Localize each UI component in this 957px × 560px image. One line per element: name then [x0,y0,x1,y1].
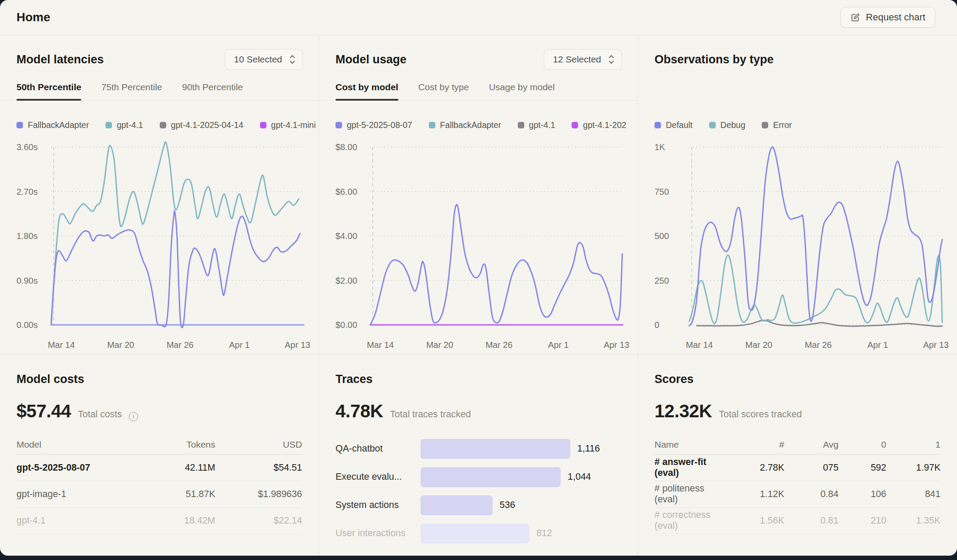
legend-item-gpt-4-1-mini[interactable]: gpt-4.1-mini [260,120,316,130]
selector-value: 10 Selected [234,54,282,65]
trace-bar-row: Execute evalu...1,044 [335,463,621,491]
traces-bar-chart: QA-chatbot1,116Execute evalu...1,044Syst… [335,435,621,547]
legend-swatch [16,122,23,128]
scores-table: Name#Avg01# answer-fit (eval)2.78K075592… [654,435,941,534]
legend-label: gpt-4.1-mini [271,120,316,130]
x-axis-tick-label: Mar 14 [686,340,713,350]
total-costs-caption: Total costs [78,409,122,420]
x-axis-labels: Mar 14Mar 20Mar 26Apr 1Apr 13 [370,338,623,350]
trace-value: 1,116 [577,443,600,454]
legend-swatch [709,122,716,128]
row-label: gpt-image-1 [16,489,128,500]
info-icon[interactable]: i [129,412,138,421]
tab-90th-percentile[interactable]: 90th Percentile [182,82,243,100]
trace-bar-row: System actions536 [335,491,621,519]
y-axis-tick-label: 1K [654,142,686,152]
legend-item-gpt-4-1[interactable]: gpt-4.1 [518,120,556,130]
tab-75th-percentile[interactable]: 75th Percentile [101,82,162,100]
plot-area [370,147,623,325]
y-axis-tick-label: 0.90s [16,276,48,285]
latency-chart: 3.60s2.70s1.80s0.90s0.00sMar 14Mar 20Mar… [16,144,304,350]
y-axis-tick-label: $6.00 [335,187,367,196]
x-axis-tick-label: Mar 14 [48,340,75,350]
trace-label: Execute evalu... [335,472,421,482]
panel-title: Observations by type [654,53,774,66]
legend-item-gpt-4-1-2025-04-14[interactable]: gpt-4.1-2025-04-14 [160,120,243,130]
trace-bar-row: QA-chatbot1,116 [335,435,621,463]
legend-label: gpt-4.1-202 [583,120,626,130]
y-axis-tick-label: $0.00 [335,320,367,330]
legend-item-gpt-4-1-202[interactable]: gpt-4.1-202 [572,120,626,130]
x-axis-tick-label: Apr 13 [604,340,629,350]
panel-title: Model latencies [16,53,104,66]
total-scores-caption: Total scores tracked [719,409,802,420]
observations-legend: DefaultDebugError [654,120,944,130]
row-label: # politeness (eval) [654,483,730,505]
legend-swatch [335,122,342,128]
legend-swatch [160,122,166,128]
column-header-0: 0 [839,439,886,450]
row-value: 0.81 [784,515,839,526]
row-value: 075 [784,462,839,473]
legend-item-default[interactable]: Default [654,120,693,130]
legend-swatch [572,122,578,128]
x-axis-tick-label: Mar 20 [107,340,134,350]
legend-item-gpt-4-1[interactable]: gpt-4.1 [105,120,143,130]
trace-label: QA-chatbot [335,443,421,454]
legend-item-fallbackadapter[interactable]: FallbackAdapter [16,120,89,130]
total-costs-value: $57.44 [16,401,71,422]
legend-label: gpt-4.1 [529,120,556,130]
legend-swatch [260,122,266,128]
plot-area [51,147,304,325]
table-row: # answer-fit (eval)2.78K0755921.97K [654,455,941,481]
row-label: gpt-5-2025-08-07 [16,462,128,473]
y-axis-tick-label: 750 [654,187,686,196]
column-header-1: 1 [886,439,941,450]
trace-bar [421,495,493,515]
y-axis-tick-label: $8.00 [335,142,367,152]
usage-chart: $8.00$6.00$4.00$2.00$0.00Mar 14Mar 20Mar… [335,144,623,350]
page-title: Home [16,10,50,24]
total-scores-value: 12.32K [654,401,712,422]
legend-item-debug[interactable]: Debug [709,120,745,130]
row-label: gpt-4.1 [16,515,128,526]
table-row: gpt-4.118.42M$22.14 [16,508,302,534]
legend-item-fallbackadapter[interactable]: FallbackAdapter [429,120,501,130]
line-series-gpt-5-2025-08-07 [370,205,622,325]
plot-area [689,147,942,325]
column-header-avg: Avg [784,439,839,450]
request-chart-button[interactable]: Request chart [840,7,935,28]
total-traces-value: 4.78K [335,401,383,422]
chevron-up-down-icon [608,54,615,65]
legend-item-error[interactable]: Error [762,120,792,130]
tab-cost-by-model[interactable]: Cost by model [335,82,398,100]
column-header-name: Name [654,439,730,450]
usage-view-tabs: Cost by modelCost by typeUsage by model [319,82,638,101]
tab-50th-percentile[interactable]: 50th Percentile [16,82,81,100]
x-axis-tick-label: Apr 13 [285,340,310,350]
row-value: 51.87K [128,489,215,500]
row-value: 592 [839,462,886,473]
tab-cost-by-type[interactable]: Cost by type [418,82,469,100]
legend-swatch [429,122,435,128]
x-axis-tick-label: Apr 13 [923,340,949,350]
legend-label: gpt-4.1 [117,120,143,130]
x-axis-tick-label: Apr 1 [548,340,569,350]
scores-table-header: Name#Avg01 [654,435,941,455]
observations-chart: 1K7505002500Mar 14Mar 20Mar 26Apr 1Apr 1… [654,144,942,350]
y-axis-tick-label: $2.00 [335,276,367,285]
trace-bar [421,467,561,487]
model-selector[interactable]: 12 Selected [544,49,622,70]
latency-percentile-tabs: 50th Percentile75th Percentile90th Perce… [0,82,319,101]
legend-item-gpt-5-2025-08-07[interactable]: gpt-5-2025-08-07 [335,120,412,130]
panel-title: Scores [654,373,694,386]
panel-model-costs: Model costs $57.44 Total costs i ModelTo… [0,355,319,556]
legend-label: Default [666,120,693,130]
model-selector[interactable]: 10 Selected [225,49,303,70]
trace-label: System actions [335,500,421,511]
request-chart-label: Request chart [866,12,925,23]
table-row: # correctness (eval)1.56K0.812101.35K [654,508,941,534]
line-series-fallbackadapter [51,211,300,327]
tab-usage-by-model[interactable]: Usage by model [489,82,555,100]
column-header-model: Model [16,439,128,450]
